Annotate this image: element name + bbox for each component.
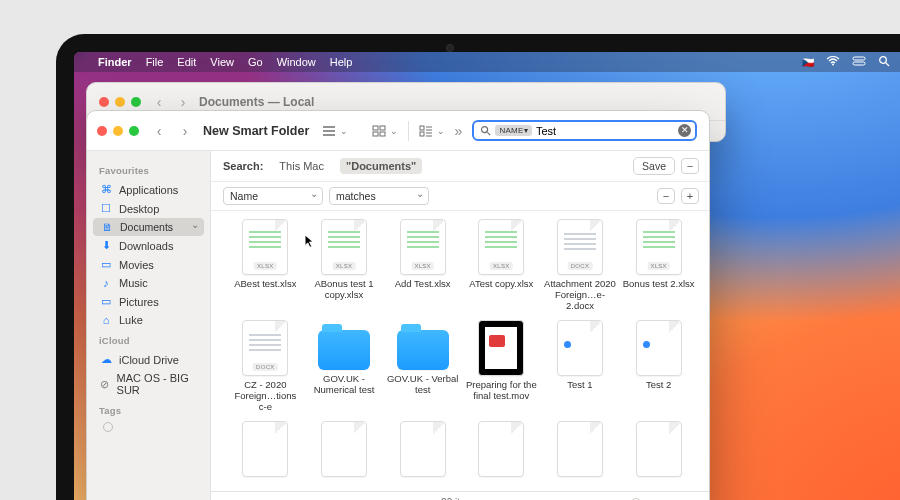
search-label: Search: bbox=[223, 160, 263, 172]
status-count: 20 items bbox=[441, 497, 479, 500]
sidebar-tags-heading: Tags bbox=[93, 399, 204, 420]
sidebar-item-luke[interactable]: ⌂Luke bbox=[93, 311, 204, 329]
scope-this-mac[interactable]: This Mac bbox=[273, 158, 330, 174]
window-title: New Smart Folder bbox=[203, 124, 309, 138]
nav-forward[interactable]: › bbox=[177, 123, 193, 139]
sidebar-item-music[interactable]: ♪Music bbox=[93, 274, 204, 292]
status-bar: 20 items bbox=[211, 491, 709, 500]
svg-rect-1 bbox=[853, 57, 865, 60]
sidebar-item-icloud-drive[interactable]: ☁iCloud Drive bbox=[93, 350, 204, 369]
svg-rect-7 bbox=[373, 132, 378, 136]
close-icon[interactable] bbox=[97, 126, 107, 136]
sidebar-item-label: Luke bbox=[119, 314, 143, 326]
file-item[interactable]: Preparing for the final test.mov bbox=[465, 320, 538, 413]
minimize-icon[interactable] bbox=[113, 126, 123, 136]
sidebar-item-desktop[interactable]: ☐Desktop bbox=[93, 199, 204, 218]
remove-rule-button[interactable]: − bbox=[681, 158, 699, 174]
group-icon[interactable]: ⌄ bbox=[419, 125, 445, 137]
sidebar-item-applications[interactable]: ⌘Applications bbox=[93, 180, 204, 199]
file-name: Preparing for the final test.mov bbox=[465, 380, 537, 402]
search-icon bbox=[480, 125, 491, 136]
menubar-app[interactable]: Finder bbox=[98, 56, 132, 68]
svg-line-12 bbox=[488, 132, 491, 135]
file-item[interactable]: DOCXCZ - 2020 Foreign…tions c-e bbox=[229, 320, 302, 413]
menubar-view[interactable]: View bbox=[210, 56, 234, 68]
sidebar-item-documents[interactable]: 🗎Documents bbox=[93, 218, 204, 236]
file-item[interactable] bbox=[308, 421, 381, 481]
sidebar-item-movies[interactable]: ▭Movies bbox=[93, 255, 204, 274]
sidebar-item-label: Documents bbox=[120, 221, 173, 233]
sidebar-item-label: Pictures bbox=[119, 296, 159, 308]
view-grid-icon[interactable]: ⌄ bbox=[372, 125, 398, 137]
file-item[interactable] bbox=[544, 421, 617, 481]
sidebar-item-label: Music bbox=[119, 277, 148, 289]
sidebar-item-pictures[interactable]: ▭Pictures bbox=[93, 292, 204, 311]
file-item[interactable]: XLSXABonus test 1 copy.xlsx bbox=[308, 219, 381, 312]
traffic-lights-back[interactable] bbox=[99, 97, 141, 107]
search-token[interactable]: NAME▾ bbox=[495, 125, 532, 136]
sidebar-icon: ⬇ bbox=[99, 239, 113, 252]
file-item[interactable] bbox=[386, 421, 459, 481]
file-item[interactable]: Test 1 bbox=[544, 320, 617, 413]
rule-add-button[interactable]: + bbox=[681, 188, 699, 204]
menubar-window[interactable]: Window bbox=[277, 56, 316, 68]
sidebar-icon: ⌂ bbox=[99, 314, 113, 326]
traffic-lights[interactable] bbox=[97, 126, 139, 136]
scope-documents[interactable]: "Documents" bbox=[340, 158, 422, 174]
file-item[interactable] bbox=[622, 421, 695, 481]
file-item[interactable]: GOV.UK - Numerical test bbox=[308, 320, 381, 413]
file-item[interactable]: XLSXAdd Test.xlsx bbox=[386, 219, 459, 312]
wifi-icon[interactable] bbox=[826, 56, 840, 68]
spotlight-icon[interactable] bbox=[878, 55, 890, 69]
zoom-icon[interactable] bbox=[129, 126, 139, 136]
save-search-button[interactable]: Save bbox=[633, 157, 675, 175]
sidebar-icloud-heading: iCloud bbox=[93, 329, 204, 350]
nav-back[interactable]: ‹ bbox=[151, 123, 167, 139]
flag-icon[interactable]: 🇨🇿 bbox=[802, 57, 814, 68]
menubar-help[interactable]: Help bbox=[330, 56, 353, 68]
sidebar-icon: ♪ bbox=[99, 277, 113, 289]
control-center-icon[interactable] bbox=[852, 56, 866, 68]
file-item[interactable]: Test 2 bbox=[622, 320, 695, 413]
view-list-icon[interactable]: ⌄ bbox=[322, 125, 348, 137]
back-nav-back[interactable]: ‹ bbox=[151, 94, 167, 110]
file-item[interactable]: XLSXATest copy.xlsx bbox=[465, 219, 538, 312]
file-item[interactable]: XLSXBonus test 2.xlsx bbox=[622, 219, 695, 312]
sidebar-item-label: Downloads bbox=[119, 240, 173, 252]
rule-remove-button[interactable]: − bbox=[657, 188, 675, 204]
svg-point-3 bbox=[880, 57, 887, 64]
sidebar-item-downloads[interactable]: ⬇Downloads bbox=[93, 236, 204, 255]
svg-rect-6 bbox=[380, 126, 385, 130]
menubar-edit[interactable]: Edit bbox=[177, 56, 196, 68]
svg-rect-8 bbox=[380, 132, 385, 136]
sidebar-item-mac-os-big-sur[interactable]: ⊘MAC OS - BIG SUR bbox=[93, 369, 204, 399]
sidebar-icon: ▭ bbox=[99, 295, 113, 308]
sidebar-item-label: iCloud Drive bbox=[119, 354, 179, 366]
svg-rect-2 bbox=[853, 62, 865, 65]
clear-search-icon[interactable]: ✕ bbox=[678, 124, 691, 137]
menubar-file[interactable]: File bbox=[146, 56, 164, 68]
rule-operator-select[interactable]: matches bbox=[329, 187, 429, 205]
sidebar: Favourites ⌘Applications☐Desktop🗎Documen… bbox=[87, 151, 211, 500]
rule-attribute-select[interactable]: Name bbox=[223, 187, 323, 205]
back-nav-fwd[interactable]: › bbox=[175, 94, 191, 110]
tag-empty-icon[interactable] bbox=[103, 422, 113, 432]
file-name: Add Test.xlsx bbox=[395, 279, 451, 290]
search-field[interactable]: NAME▾ ✕ bbox=[472, 120, 697, 141]
more-icon[interactable]: » bbox=[455, 123, 463, 139]
finder-window: ‹ › New Smart Folder ⌄ ⌄ ⌄ » NAME▾ ✕ bbox=[86, 110, 710, 500]
svg-point-11 bbox=[482, 127, 488, 133]
file-name: ABonus test 1 copy.xlsx bbox=[308, 279, 380, 301]
file-item[interactable] bbox=[465, 421, 538, 481]
file-name: Test 1 bbox=[567, 380, 592, 391]
file-item[interactable]: XLSXABest test.xlsx bbox=[229, 219, 302, 312]
sidebar-item-label: MAC OS - BIG SUR bbox=[117, 372, 198, 396]
menubar-go[interactable]: Go bbox=[248, 56, 263, 68]
file-name: GOV.UK - Numerical test bbox=[308, 374, 380, 396]
svg-rect-10 bbox=[420, 132, 424, 136]
toolbar: ‹ › New Smart Folder ⌄ ⌄ ⌄ » NAME▾ ✕ bbox=[87, 111, 709, 151]
file-item[interactable]: GOV.UK - Verbal test bbox=[386, 320, 459, 413]
file-item[interactable]: DOCXAttachment 2020 Foreign…e-2.docx bbox=[544, 219, 617, 312]
search-input[interactable] bbox=[536, 125, 674, 137]
file-item[interactable] bbox=[229, 421, 302, 481]
